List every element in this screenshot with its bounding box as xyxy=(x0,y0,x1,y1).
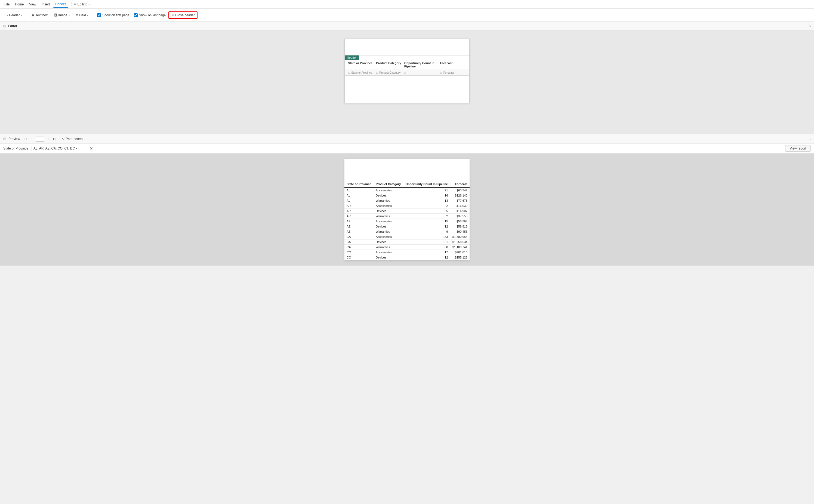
table-cell: CO xyxy=(344,250,374,255)
menu-file[interactable]: File xyxy=(2,1,12,7)
table-body: ALAccessories21$63,342ALDevices16$126,14… xyxy=(344,188,470,260)
preview-collapse-icon[interactable]: › xyxy=(809,136,811,141)
header-section[interactable]: Header State or Province Product Categor… xyxy=(345,55,469,76)
th-forecast: Forecast xyxy=(450,181,470,188)
menu-bar: File Home View Insert Header ✏ Editing ▾ xyxy=(0,0,814,9)
table-cell: $126,140 xyxy=(450,193,470,198)
table-cell: Accessories xyxy=(374,219,403,224)
table-cell: 17 xyxy=(403,250,450,255)
table-cell: $201,016 xyxy=(450,250,470,255)
show-first-page-checkbox[interactable]: Show on first page xyxy=(95,12,131,18)
param-state-label: State or Province xyxy=(3,147,28,150)
table-cell: 15 xyxy=(403,219,450,224)
preview-table: State or Province Product Category Oppor… xyxy=(344,181,470,260)
table-cell: 2 xyxy=(403,214,450,219)
textbox-icon: A xyxy=(32,13,34,17)
table-row: CAWarranties88$1,109,741 xyxy=(344,245,470,250)
table-cell: 2 xyxy=(403,203,450,209)
page-number-input[interactable] xyxy=(36,136,44,142)
image-button[interactable]: 🖼 Image ▾ xyxy=(51,12,72,18)
table-row: ARWarranties2$37,550 xyxy=(344,214,470,219)
table-cell: $58,815 xyxy=(450,224,470,229)
field-dropdown-arrow: ▾ xyxy=(87,14,88,17)
param-clear-button[interactable]: ✕ xyxy=(89,146,94,151)
field-row: ⊞ State or Province ⊞ Product Category ⊞… xyxy=(345,70,469,75)
table-cell: CA xyxy=(344,245,374,250)
editing-badge: ✏ Editing ▾ xyxy=(71,2,92,7)
show-last-page-checkbox[interactable]: Show on last page xyxy=(132,12,167,18)
ribbon-divider-2 xyxy=(93,11,93,19)
table-header: State or Province Product Category Oppor… xyxy=(344,181,470,188)
menu-view[interactable]: View xyxy=(27,1,38,7)
nav-prev-button[interactable]: ‹ xyxy=(30,136,33,141)
menu-header[interactable]: Header xyxy=(53,1,68,8)
table-cell: CA xyxy=(344,239,374,245)
close-header-button[interactable]: ✕ Close header xyxy=(168,11,197,19)
field-product-label: Product Category xyxy=(379,71,400,74)
table-cell: Devices xyxy=(374,209,403,214)
table-cell: AZ xyxy=(344,219,374,224)
table-cell: Warranties xyxy=(374,198,403,203)
header-button[interactable]: ▭ Header ▾ xyxy=(2,12,24,18)
parameters-label: Parameters xyxy=(66,137,82,141)
table-cell: 12 xyxy=(403,224,450,229)
editing-dropdown-arrow[interactable]: ▾ xyxy=(88,3,90,6)
nav-next-button[interactable]: › xyxy=(46,136,50,141)
preview-label: Preview xyxy=(8,137,20,141)
nav-last-button[interactable]: ⏭ xyxy=(52,136,58,141)
params-bar: State or Province AL, AR, AZ, CA, CO, CT… xyxy=(0,144,814,154)
col-forecast: Forecast xyxy=(439,61,467,69)
table-cell: AZ xyxy=(344,229,374,234)
table-cell: AR xyxy=(344,214,374,219)
param-value: AL, AR, AZ, CA, CO, CT, DC xyxy=(33,147,75,150)
th-state: State or Province xyxy=(344,181,374,188)
param-dropdown-arrow: ▾ xyxy=(76,147,77,150)
canvas-body xyxy=(345,76,469,103)
param-select[interactable]: AL, AR, AZ, CA, CO, CT, DC ▾ xyxy=(32,146,86,151)
menu-home[interactable]: Home xyxy=(13,1,26,7)
header-badge: Header xyxy=(345,55,469,60)
header-badge-text: Header xyxy=(345,55,359,60)
close-header-label: Close header xyxy=(175,13,194,17)
col-state: State or Province xyxy=(347,61,375,69)
table-cell: Warranties xyxy=(374,229,403,234)
table-row: AZWarranties9$90,456 xyxy=(344,229,470,234)
table-cell: 16 xyxy=(403,193,450,198)
table-row: CAAccessories153$1,380,954 xyxy=(344,234,470,239)
preview-report: State or Province Product Category Oppor… xyxy=(344,159,470,260)
preview-top-space xyxy=(344,159,470,181)
table-cell: 88 xyxy=(403,245,450,250)
field-button[interactable]: ≡ Field ▾ xyxy=(73,12,91,18)
table-row: CODevices12$155,123 xyxy=(344,255,470,260)
preview-toolbar: ⊞ Preview ⏮ ‹ › ⏭ ▽ Parameters › xyxy=(0,134,814,144)
table-cell: Warranties xyxy=(374,214,403,219)
show-first-page-input[interactable] xyxy=(97,13,101,17)
table-row: ALWarranties13$77,673 xyxy=(344,198,470,203)
table-cell: 153 xyxy=(403,234,450,239)
nav-first-button[interactable]: ⏮ xyxy=(22,136,28,141)
table-cell: $14,907 xyxy=(450,209,470,214)
table-row: CADevices131$1,258,634 xyxy=(344,239,470,245)
table-row: AZAccessories15$58,364 xyxy=(344,219,470,224)
menu-insert[interactable]: Insert xyxy=(39,1,52,7)
th-product: Product Category xyxy=(374,181,403,188)
table-cell: AL xyxy=(344,198,374,203)
table-cell: AL xyxy=(344,193,374,198)
field-state: ⊞ State or Province xyxy=(347,71,375,75)
editor-collapse-icon[interactable]: › xyxy=(809,24,811,29)
field-label: Field xyxy=(79,13,86,17)
editor-grid-icon: ⊞ xyxy=(3,24,6,28)
text-box-button[interactable]: A Text box xyxy=(29,12,50,19)
field-opportunity: ⊞ xyxy=(403,71,439,75)
show-last-page-input[interactable] xyxy=(134,13,138,17)
table-cell: 9 xyxy=(403,229,450,234)
field-state-icon: ⊞ xyxy=(348,71,350,74)
editor-area: Header State or Province Product Categor… xyxy=(0,30,814,134)
table-row: AZDevices12$58,815 xyxy=(344,224,470,229)
table-cell: AL xyxy=(344,188,374,193)
view-report-button[interactable]: View report xyxy=(785,145,811,152)
editor-label: Editor xyxy=(8,24,17,28)
parameters-button[interactable]: ▽ Parameters xyxy=(60,136,85,141)
report-canvas: Header State or Province Product Categor… xyxy=(344,39,470,103)
table-cell: 12 xyxy=(403,255,450,260)
